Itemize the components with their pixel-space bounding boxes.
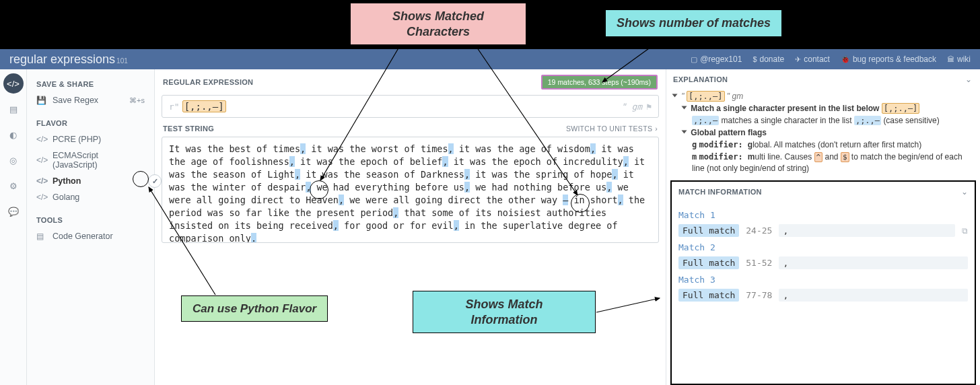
match-row: Full match77-78, bbox=[678, 289, 968, 302]
regex-section-head: REGULAR EXPRESSION 19 matches, 633 steps… bbox=[162, 69, 659, 95]
callout-num-matches: Shows number of matches bbox=[605, 9, 782, 37]
highlighted-match: , bbox=[442, 156, 448, 167]
match-info-section: MATCH INFORMATION ⌄ Match 1Full match24-… bbox=[670, 180, 976, 385]
test-string-title: TEST STRING bbox=[163, 125, 214, 133]
triangle-icon bbox=[682, 131, 687, 134]
app-logo[interactable]: regular expressions101 bbox=[9, 53, 128, 67]
test-text: we were all going direct the other way bbox=[344, 195, 563, 205]
exp-row-mmod: m modifier: multi line. Causes ^ and $ t… bbox=[673, 151, 972, 174]
highlighted-match: , bbox=[590, 143, 596, 154]
highlighted-match: , bbox=[295, 169, 300, 180]
twitter-icon: ▢ bbox=[691, 55, 697, 64]
nav-twitter[interactable]: ▢@regex101 bbox=[691, 55, 742, 64]
triangle-icon bbox=[672, 94, 678, 98]
full-match-label: Full match bbox=[678, 256, 739, 269]
test-text: It was the best of times bbox=[169, 143, 300, 154]
exp-row-gmod: g modifier: global. All matches (don't r… bbox=[673, 139, 972, 150]
save-share-title: SAVE & SHARE bbox=[27, 76, 154, 92]
chevron-right-icon: › bbox=[655, 125, 658, 133]
highlighted-match: , bbox=[289, 156, 295, 167]
dollar-icon: $ bbox=[753, 55, 757, 63]
test-text: it was the epoch of incredulity bbox=[448, 156, 623, 167]
rail-library-icon[interactable]: ▤ bbox=[3, 99, 24, 119]
code-icon: </> bbox=[36, 176, 46, 186]
code-icon: </> bbox=[36, 193, 46, 202]
test-string-head: TEST STRING SWITCH TO UNIT TESTS › bbox=[162, 118, 659, 137]
match-range: 24-25 bbox=[746, 225, 772, 236]
regex-delim-open: r" bbox=[169, 102, 180, 112]
test-text: it was the season of Darkness bbox=[300, 169, 464, 180]
rail-regex-icon[interactable]: </> bbox=[3, 73, 24, 94]
logo-suffix: expressions bbox=[47, 53, 115, 66]
highlighted-match: , bbox=[454, 220, 459, 231]
regex-input[interactable]: r" [,;.,—] " gm ⚑ bbox=[162, 95, 659, 118]
match-info-head[interactable]: MATCH INFORMATION ⌄ bbox=[672, 182, 975, 202]
callout-matched-chars: Shows MatchedCharacters bbox=[350, 3, 526, 45]
flavor-ecma-label: ECMAScript (JavaScript) bbox=[53, 151, 145, 170]
match-row: Full match24-25,⧉ bbox=[678, 224, 968, 237]
code-icon: </> bbox=[36, 135, 46, 144]
match-row: Full match51-52, bbox=[678, 256, 968, 269]
switch-unit-tests[interactable]: SWITCH TO UNIT TESTS › bbox=[566, 125, 658, 133]
regex-pattern-text: [,;.,—] bbox=[182, 100, 226, 112]
flavor-python-label: Python bbox=[53, 176, 81, 186]
highlighted-match: , bbox=[618, 195, 623, 205]
main-layout: </> ▤ ◐ ◎ ⚙ 💬 SAVE & SHARE 💾 Save Regex … bbox=[0, 69, 980, 385]
test-text: we had nothing before us bbox=[470, 182, 606, 193]
full-match-label: Full match bbox=[678, 224, 739, 237]
full-match-label: Full match bbox=[678, 289, 739, 302]
triangle-icon bbox=[682, 106, 687, 110]
match-label: Match 3 bbox=[678, 275, 968, 285]
rail-settings-icon[interactable]: ◎ bbox=[3, 150, 24, 170]
sidebar: SAVE & SHARE 💾 Save Regex ⌘+s FLAVOR </>… bbox=[27, 69, 155, 385]
match-range: 77-78 bbox=[746, 290, 772, 300]
app-header: regular expressions101 ▢@regex101 $donat… bbox=[0, 49, 980, 69]
rail-account-icon[interactable]: ◐ bbox=[3, 125, 24, 145]
save-regex-item[interactable]: 💾 Save Regex ⌘+s bbox=[27, 92, 154, 108]
code-generator-item[interactable]: ▤ Code Generator bbox=[27, 228, 154, 244]
explanation-head[interactable]: EXPLANATION ⌄ bbox=[666, 69, 980, 90]
test-text: we had everything before us bbox=[311, 182, 464, 193]
flag-icon[interactable]: ⚑ bbox=[646, 102, 652, 112]
save-shortcut: ⌘+s bbox=[129, 96, 145, 105]
match-count-badge: 19 matches, 633 steps (~190ms) bbox=[541, 75, 658, 90]
exp-row-matchlist: Match a single character present in the … bbox=[673, 103, 972, 114]
chevron-down-icon: ⌄ bbox=[961, 187, 968, 197]
highlighted-match: , bbox=[333, 220, 339, 231]
nav-contact[interactable]: ✈contact bbox=[795, 55, 830, 64]
nav-bugs[interactable]: 🐞bug reports & feedback bbox=[841, 55, 936, 64]
copy-icon[interactable]: ⧉ bbox=[962, 226, 968, 236]
code-generator-icon: ▤ bbox=[36, 232, 46, 241]
code-generator-label: Code Generator bbox=[53, 232, 113, 241]
highlighted-match: , bbox=[339, 195, 344, 205]
match-value: , bbox=[779, 289, 968, 302]
flavor-golang[interactable]: </> Golang bbox=[27, 189, 154, 205]
flavor-python[interactable]: </> Python ✓ bbox=[27, 173, 154, 189]
regex-flags-suffix: " gm bbox=[621, 102, 642, 112]
highlighted-match: , bbox=[464, 169, 470, 180]
nav-donate[interactable]: $donate bbox=[753, 55, 784, 64]
test-text: it was the epoch of belief bbox=[295, 156, 442, 167]
center-panel: REGULAR EXPRESSION 19 matches, 633 steps… bbox=[155, 69, 666, 385]
match-info-title: MATCH INFORMATION bbox=[678, 188, 762, 196]
flavor-title: FLAVOR bbox=[27, 115, 154, 131]
header-nav: ▢@regex101 $donate ✈contact 🐞bug reports… bbox=[691, 55, 971, 64]
flavor-pcre[interactable]: </> PCRE (PHP) bbox=[27, 131, 154, 147]
test-string-input[interactable]: It was the best of times, it was the wor… bbox=[162, 137, 659, 243]
rail-tools-icon[interactable]: ⚙ bbox=[3, 176, 24, 196]
flavor-golang-label: Golang bbox=[53, 193, 79, 202]
exp-row-pattern: " [,;.,—] " gm bbox=[673, 91, 972, 102]
match-info-body: Match 1Full match24-25,⧉Match 2Full matc… bbox=[672, 202, 975, 307]
nav-wiki[interactable]: 🏛wiki bbox=[947, 55, 971, 64]
test-text: for good or for evil bbox=[339, 220, 454, 231]
highlighted-match: , bbox=[448, 143, 454, 154]
test-text: in short bbox=[568, 195, 617, 205]
test-text: it was the age of wisdom bbox=[454, 143, 590, 154]
explanation-body: " [,;.,—] " gm Match a single character … bbox=[666, 90, 980, 180]
callout-python-flavor: Can use Python Flavor bbox=[181, 295, 328, 322]
save-icon: 💾 bbox=[36, 96, 46, 105]
rail-chat-icon[interactable]: 💬 bbox=[3, 201, 24, 221]
flavor-ecma[interactable]: </> ECMAScript (JavaScript) bbox=[27, 147, 154, 173]
right-panel: EXPLANATION ⌄ " [,;.,—] " gm Match a sin… bbox=[666, 69, 980, 385]
highlighted-match: , bbox=[623, 156, 629, 167]
